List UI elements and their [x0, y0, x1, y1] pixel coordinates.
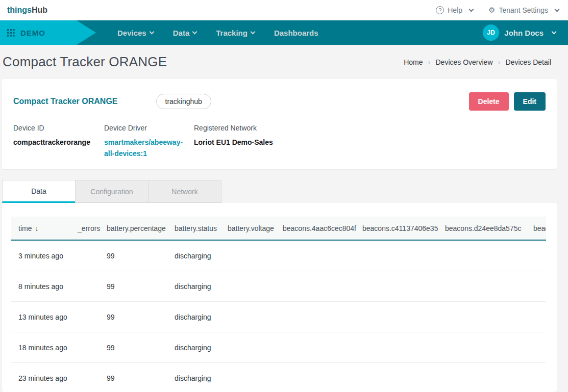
nav-item-label: Dashboards: [274, 29, 318, 37]
field-label: Registered Network: [194, 124, 273, 132]
nav-menu: DevicesDataTrackingDashboards: [117, 29, 318, 37]
nav-item-tracking[interactable]: Tracking: [216, 29, 255, 37]
column-header-battery-status[interactable]: battery.status: [175, 224, 228, 232]
user-menu[interactable]: JD John Docs: [483, 24, 556, 41]
tab-bar: DataConfigurationNetwork: [2, 180, 568, 203]
table-body: 3 minutes ago99discharging8 minutes ago9…: [11, 241, 546, 392]
table-row[interactable]: 8 minutes ago99discharging: [11, 271, 546, 302]
table-cell: discharging: [175, 344, 228, 352]
user-name: John Docs: [504, 29, 544, 37]
page-title: Compact Tracker ORANGE: [3, 54, 167, 70]
table-header-row: time↓_errorsbattery.percentagebattery.st…: [11, 217, 546, 241]
nav-item-label: Data: [173, 29, 190, 37]
tag-pill[interactable]: trackinghub: [156, 94, 211, 109]
chevron-down-icon: [250, 29, 255, 34]
edit-button[interactable]: Edit: [514, 92, 546, 111]
breadcrumb: Home›Devices Overview›Devices Detail: [404, 58, 551, 66]
table-cell: 99: [107, 252, 175, 260]
tab-configuration[interactable]: Configuration: [75, 180, 149, 203]
column-label: beacons.d24ee8da575c: [445, 224, 521, 232]
column-label: battery.voltage: [228, 224, 274, 232]
breadcrumb-item-devices-overview[interactable]: Devices Overview: [435, 58, 492, 66]
table-row[interactable]: 13 minutes ago99discharging: [11, 302, 546, 332]
breadcrumb-separator: ›: [498, 58, 501, 66]
nav-item-data[interactable]: Data: [173, 29, 197, 37]
device-fields: Device IDcompacttrackerorangeDevice Driv…: [13, 124, 546, 160]
table-row[interactable]: 3 minutes ago99discharging: [11, 241, 546, 271]
nav-item-devices[interactable]: Devices: [117, 29, 154, 37]
avatar: JD: [483, 24, 499, 41]
device-card: Compact Tracker ORANGE trackinghub Delet…: [2, 79, 557, 169]
column-header-battery-percentage[interactable]: battery.percentage: [107, 224, 175, 232]
logo-things: things: [7, 6, 32, 14]
field-value[interactable]: smartmakers/abeeway-all-devices:1: [104, 137, 187, 160]
table-cell: discharging: [175, 282, 228, 291]
column-label: beacons.c41137406e35: [362, 224, 438, 232]
column-label: time: [18, 224, 32, 232]
chevron-down-icon: [149, 29, 154, 34]
column-label: _errors: [78, 224, 100, 232]
table-cell: 23 minutes ago: [11, 374, 78, 382]
column-header-battery-voltage[interactable]: battery.voltage: [228, 224, 283, 232]
nav-item-label: Tracking: [216, 29, 248, 37]
nav-item-label: Devices: [117, 29, 146, 37]
logo-hub: Hub: [32, 6, 47, 14]
nav-item-dashboards[interactable]: Dashboards: [274, 29, 318, 37]
table-cell: 13 minutes ago: [11, 313, 78, 321]
topbar: thingsHub ? Help ⚙ Tenant Settings: [0, 0, 568, 20]
tenant-switcher[interactable]: DEMO: [0, 20, 96, 45]
table-cell: 99: [107, 344, 175, 352]
navbar: DEMO DevicesDataTrackingDashboards JD Jo…: [0, 20, 568, 45]
data-table-card: time↓_errorsbattery.percentagebattery.st…: [2, 203, 557, 392]
gear-icon: ⚙: [488, 6, 495, 14]
breadcrumb-item-devices-detail: Devices Detail: [506, 58, 551, 66]
chevron-down-icon: [192, 29, 197, 34]
column-header-beacons-c41137406e35[interactable]: beacons.c41137406e35: [362, 224, 445, 232]
column-header--errors[interactable]: _errors: [78, 224, 107, 232]
app-logo[interactable]: thingsHub: [7, 6, 47, 15]
delete-button[interactable]: Delete: [469, 92, 509, 111]
table-cell: 3 minutes ago: [11, 252, 78, 260]
column-header-time[interactable]: time↓: [11, 224, 78, 232]
table-cell: discharging: [175, 313, 228, 321]
field-device-id: Device IDcompacttrackerorange: [13, 124, 104, 160]
help-label: Help: [448, 6, 462, 14]
column-label: beacons.4aac6cec804f: [283, 224, 356, 232]
column-header-beacons-4aac6cec804f[interactable]: beacons.4aac6cec804f: [283, 224, 362, 232]
page-head: Compact Tracker ORANGE Home›Devices Over…: [0, 45, 568, 79]
table-scroll[interactable]: time↓_errorsbattery.percentagebattery.st…: [11, 217, 546, 392]
field-label: Device ID: [13, 124, 104, 132]
field-device-driver: Device Driversmartmakers/abeeway-all-dev…: [104, 124, 194, 160]
tenant-settings-label: Tenant Settings: [499, 6, 548, 14]
breadcrumb-separator: ›: [428, 58, 430, 66]
table-row[interactable]: 23 minutes ago99discharging: [11, 363, 546, 392]
device-card-head: Compact Tracker ORANGE trackinghub Delet…: [13, 92, 546, 111]
tenant-settings-menu[interactable]: ⚙ Tenant Settings: [488, 6, 559, 14]
table-cell: 18 minutes ago: [11, 344, 78, 352]
column-header-beaco[interactable]: beaco: [533, 224, 546, 232]
table-cell: discharging: [175, 252, 228, 260]
field-value: Loriot EU1 Demo-Sales: [194, 137, 273, 148]
field-registered-network: Registered NetworkLoriot EU1 Demo-Sales: [194, 124, 273, 160]
column-header-beacons-d24ee8da575c[interactable]: beacons.d24ee8da575c: [445, 224, 533, 232]
column-label: battery.status: [175, 224, 217, 232]
table-cell: 99: [107, 282, 175, 291]
table-cell: discharging: [175, 374, 228, 382]
sort-descending-icon: ↓: [35, 224, 38, 232]
table-cell: 99: [107, 374, 175, 382]
field-value: compacttrackerorange: [13, 137, 104, 148]
chevron-down-icon: [555, 7, 560, 12]
help-menu[interactable]: ? Help: [436, 6, 473, 14]
table-cell: 99: [107, 313, 175, 321]
tab-data[interactable]: Data: [2, 180, 76, 203]
chevron-down-icon: [469, 7, 474, 12]
card-actions: Delete Edit: [469, 92, 546, 111]
breadcrumb-item-home[interactable]: Home: [404, 58, 423, 66]
tenant-label: DEMO: [20, 29, 45, 37]
chevron-down-icon: [552, 30, 557, 35]
grid-icon: [7, 29, 15, 37]
help-icon: ?: [436, 6, 444, 14]
table-row[interactable]: 18 minutes ago99discharging: [11, 332, 546, 363]
tab-network[interactable]: Network: [148, 180, 221, 203]
column-label: beaco: [533, 224, 546, 232]
